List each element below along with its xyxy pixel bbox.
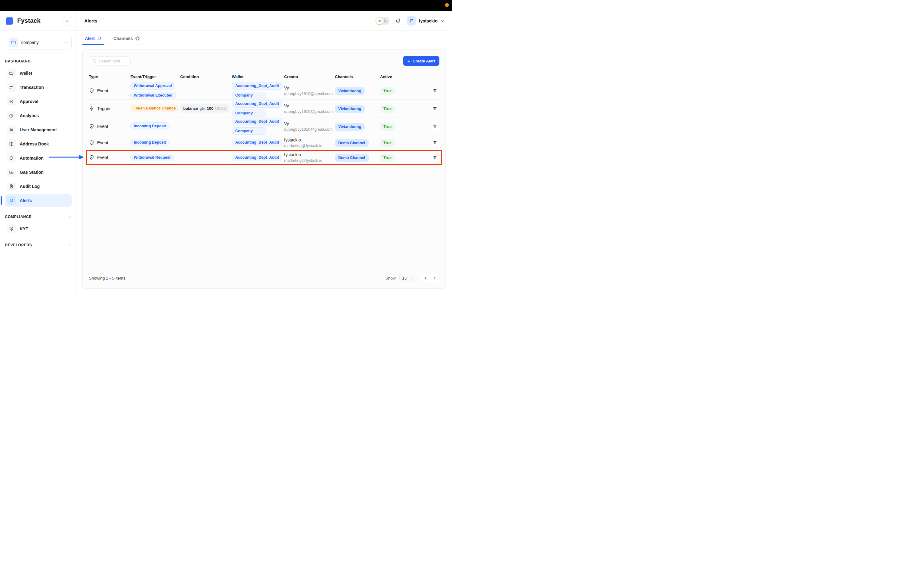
wallet-cell: Accounting_Dept_AuditCompany (232, 118, 284, 135)
sidebar-item-label: User Management (20, 127, 57, 132)
sidebar-section-dashboard[interactable]: DASHBOARD (5, 59, 72, 63)
sidebar-item-alerts[interactable]: Alerts (5, 194, 72, 207)
actions-cell (409, 122, 439, 131)
next-page-button[interactable] (433, 276, 437, 280)
creator-cell: Vy duongbvy1610@gmail.com (284, 103, 335, 114)
creator-name: Vy (284, 103, 335, 108)
delete-alert-button[interactable] (430, 104, 439, 113)
delete-alert-button[interactable] (430, 138, 439, 147)
sidebar-item-user-management[interactable]: User Management (5, 123, 72, 136)
search-input[interactable] (99, 59, 128, 63)
main-area: Alerts F fystackio (77, 11, 452, 294)
wallet-icon (9, 71, 14, 76)
chevron-down-icon (68, 59, 72, 63)
sidebar-item-label: Analytics (20, 113, 39, 118)
workspace-selector[interactable]: company (5, 35, 72, 50)
previous-page-button[interactable] (424, 276, 428, 280)
alerts-card: + Create Alert TypeEvent/TriggerConditio… (82, 49, 446, 289)
event-trigger-cell: Token Balance Change (130, 104, 180, 112)
wallet-badge: Accounting_Dept_Audit (232, 154, 282, 161)
wallet-badge: Accounting_Dept_Audit (232, 118, 282, 125)
delete-alert-button[interactable] (430, 122, 439, 131)
wallet-badge: Accounting_Dept_Audit (232, 139, 282, 146)
search-box (89, 56, 131, 65)
event-trigger-cell: Withdrawal ApprovalWithdrawal Executed (130, 82, 180, 99)
channel-badge: Vivianduong (335, 105, 365, 113)
bolt-icon (89, 106, 95, 111)
table-row: Event Incoming Deposit – Accounting_Dept… (89, 117, 439, 135)
active-cell: True (380, 106, 409, 111)
condition-cell: – (180, 140, 232, 145)
delete-alert-button[interactable] (430, 86, 439, 95)
creator-cell: fystackio marketing@fystack.io (284, 138, 335, 148)
type-cell: Event (89, 123, 130, 129)
gear-icon (135, 36, 140, 41)
creator-email: duongbvy1610@gmail.com (284, 127, 335, 132)
sidebar-section-compliance[interactable]: COMPLIANCE (5, 215, 72, 219)
sidebar-item-analytics[interactable]: Analytics (5, 109, 72, 122)
sidebar-item-kyt[interactable]: KYT (5, 222, 72, 236)
active-cell: True (380, 123, 409, 129)
sidebar-item-address-book[interactable]: Address Book (5, 137, 72, 151)
condition-pill: balancegte100USDC (180, 104, 229, 112)
wallet-badge: Company (232, 109, 266, 117)
browser-chrome-bar (0, 0, 452, 11)
type-cell: Event (89, 155, 130, 160)
condition-empty: – (180, 141, 182, 145)
creator-name: Vy (284, 121, 335, 126)
tab-bar: Alert Channels (77, 31, 452, 45)
column-header-channels: Channels (335, 74, 380, 79)
wallet-cell: Accounting_Dept_AuditCompany (232, 100, 284, 117)
tab-channels[interactable]: Channels (113, 36, 141, 44)
channels-cell: Vivianduong (335, 88, 380, 93)
theme-toggle-knob (376, 17, 383, 24)
channel-badge: Vivianduong (335, 87, 365, 95)
sidebar-item-automation[interactable]: Automation (5, 151, 72, 165)
delete-alert-button[interactable] (430, 153, 439, 162)
event-trigger-cell: Withdrawal Request (130, 154, 180, 161)
page-title: Alerts (84, 18, 375, 24)
sun-dot-icon (379, 20, 381, 22)
event-trigger-badge: Withdrawal Approval (130, 82, 175, 90)
event-trigger-badge: Token Balance Change (130, 104, 179, 112)
table-row: Event Withdrawal ApprovalWithdrawal Exec… (89, 82, 439, 100)
active-cell: True (380, 88, 409, 93)
shield-check-icon (89, 140, 95, 145)
create-alert-button[interactable]: + Create Alert (403, 56, 439, 66)
sidebar-item-approval[interactable]: Approval (5, 95, 72, 108)
kyt-shield-icon (9, 226, 14, 231)
sidebar-item-wallet[interactable]: Wallet (5, 66, 72, 80)
analytics-icon (9, 113, 14, 118)
creator-email: duongbvy1610@gmail.com (284, 109, 335, 114)
chevron-left-icon (68, 243, 72, 247)
user-menu[interactable]: F fystackio (407, 16, 445, 25)
search-icon (92, 59, 96, 63)
creator-email: duongbvy1610@gmail.com (284, 91, 335, 96)
table-row: Trigger Token Balance Change balancegte1… (89, 100, 439, 117)
page-size-select[interactable]: 15 (400, 274, 417, 282)
theme-toggle[interactable] (375, 17, 390, 25)
sidebar-item-gas-station[interactable]: Gas Station (5, 166, 72, 179)
sidebar-section-developers[interactable]: DEVELOPERS (5, 243, 72, 247)
channel-badge: Vivianduong (335, 123, 365, 131)
sidebar-item-label: Automation (20, 156, 44, 161)
wallet-cell: Accounting_Dept_AuditCompany (232, 82, 284, 99)
type-cell: Event (89, 88, 130, 93)
channels-cell: Demo Channel (335, 155, 380, 160)
channel-badge: Demo Channel (335, 154, 369, 162)
sidebar-item-transaction[interactable]: Transaction (5, 81, 72, 94)
creator-email: marketing@fystack.io (284, 143, 335, 148)
tab-alert[interactable]: Alert (84, 36, 103, 44)
active-cell: True (380, 155, 409, 160)
table-body: Event Withdrawal ApprovalWithdrawal Exec… (83, 82, 446, 165)
items-summary: Showing 1 - 5 items (89, 276, 125, 280)
creator-cell: Vy duongbvy1610@gmail.com (284, 121, 335, 132)
notifications-bell-icon[interactable] (395, 18, 401, 24)
gas-station-icon (9, 170, 14, 175)
creator-cell: Vy duongbvy1610@gmail.com (284, 85, 335, 96)
sidebar-collapse-button[interactable]: « (62, 16, 72, 26)
event-trigger-badge: Withdrawal Request (130, 154, 174, 161)
condition-cell: – (180, 123, 232, 129)
column-header-active: Active (380, 74, 409, 79)
sidebar-item-audit-log[interactable]: Audit Log (5, 180, 72, 193)
